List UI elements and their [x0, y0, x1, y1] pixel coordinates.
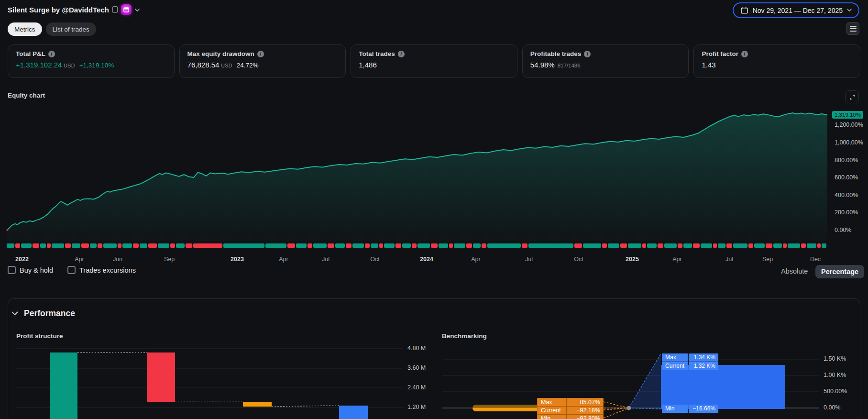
- info-icon[interactable]: i: [741, 51, 748, 57]
- costs-bar: [243, 402, 272, 407]
- losing-trades-segment: [346, 243, 352, 248]
- winning-trades-segment: [335, 243, 345, 248]
- winning-trades-segment: [754, 243, 765, 248]
- equity-x-tick: Dec: [810, 256, 821, 263]
- losing-trades-segment: [817, 243, 821, 248]
- winning-trades-segment: [647, 243, 657, 248]
- tooltip-value: −92.18%: [567, 407, 603, 414]
- performance-title: Performance: [24, 309, 75, 319]
- winning-trades-segment: [265, 243, 286, 248]
- gross-loss-bar: [147, 353, 175, 402]
- profit-structure-y-tick: 4.80 M: [407, 345, 426, 352]
- winning-trades-segment: [7, 243, 14, 248]
- info-icon[interactable]: i: [48, 51, 55, 57]
- absolute-toggle[interactable]: Absolute: [781, 267, 808, 275]
- equity-x-tick: Sep: [164, 256, 175, 263]
- net-profit-bar: [339, 406, 368, 419]
- losing-trades-segment: [193, 243, 222, 248]
- winning-trades-segment: [418, 243, 430, 248]
- losing-trades-segment: [47, 243, 51, 248]
- buy-and-hold-label[interactable]: Buy & hold: [20, 266, 53, 274]
- equity-x-tick: 2023: [231, 256, 244, 263]
- equity-x-tick: Oct: [574, 256, 583, 263]
- benchmarking-y-tick: 1.00 K%: [824, 372, 846, 378]
- range-value: 1.34 K%: [689, 353, 718, 362]
- winning-trades-segment: [52, 243, 64, 248]
- winning-trades-segment: [176, 243, 185, 248]
- winning-trades-segment: [788, 243, 800, 248]
- losing-trades-segment: [118, 243, 121, 248]
- datepicker-chevron-down-icon: [847, 9, 852, 12]
- losing-trades-segment: [328, 243, 334, 248]
- strategy-current-row: Current 1.32 K%: [662, 362, 718, 370]
- winning-trades-segment: [608, 243, 619, 248]
- tooltip-label: Min: [538, 415, 567, 419]
- winning-trades-segment: [122, 243, 132, 248]
- card-value: 1,486: [359, 61, 377, 69]
- date-range-picker[interactable]: Nov 29, 2021 — Dec 27, 2025: [733, 2, 859, 18]
- losing-trades-segment: [466, 243, 472, 248]
- benchmark-focus-dot: [627, 406, 631, 410]
- card-max-drawdown: Max equity drawdowni 76,828.54USD24.72%: [179, 44, 346, 78]
- trades-excursions-checkbox[interactable]: [67, 266, 76, 274]
- tab-list-of-trades[interactable]: List of trades: [46, 22, 96, 36]
- winning-trades-segment: [72, 243, 80, 248]
- winning-trades-segment: [718, 243, 725, 248]
- winning-trades-segment: [454, 243, 465, 248]
- equity-curve-chart[interactable]: [0, 104, 832, 243]
- card-value: +1,319,102.24: [16, 61, 62, 69]
- gross-profit-bar: [50, 353, 77, 419]
- winning-trades-segment: [473, 243, 481, 248]
- info-icon[interactable]: i: [257, 51, 264, 57]
- info-icon[interactable]: i: [398, 51, 405, 57]
- winning-trades-segment: [90, 243, 97, 248]
- strategy-max-row: Max 1.34 K%: [662, 353, 718, 362]
- strategy-range-box: [661, 365, 785, 409]
- winning-trades-segment: [223, 243, 264, 248]
- winning-trades-segment: [664, 243, 677, 248]
- tab-metrics[interactable]: Metrics: [8, 22, 42, 36]
- fullscreen-button[interactable]: [845, 90, 859, 103]
- strategy-title-row: Silent Surge by @DaviddTech: [8, 4, 140, 15]
- card-profitable-trades: Profitable tradesi 54.98%817/1486: [522, 44, 689, 78]
- profit-structure-y-tick: 3.60 M: [407, 364, 426, 371]
- losing-trades-segment: [602, 243, 607, 248]
- losing-trades-segment: [693, 243, 700, 248]
- percentage-toggle[interactable]: Percentage: [815, 265, 864, 278]
- metric-cards: Total P&Li +1,319,102.24USD+1,319.10% Ma…: [8, 44, 860, 78]
- winning-trades-segment: [103, 243, 117, 248]
- range-label: Current: [662, 362, 688, 370]
- equity-x-tick: Apr: [672, 256, 681, 263]
- card-label: Total trades: [359, 50, 395, 57]
- equity-y-tick: 0.00%: [835, 227, 851, 233]
- info-icon[interactable]: i: [584, 51, 591, 57]
- range-label: Max: [662, 353, 688, 362]
- losing-trades-segment: [678, 243, 682, 248]
- date-range-text: Nov 29, 2021 — Dec 27, 2025: [753, 7, 843, 14]
- strategy-tester-panel: Silent Surge by @DaviddTech Nov 29, 2021…: [0, 0, 868, 419]
- strategy-badge-icon[interactable]: [121, 4, 132, 15]
- performance-header[interactable]: Performance: [11, 309, 75, 319]
- losing-trades-segment: [396, 243, 401, 248]
- losing-trades-segment: [726, 243, 732, 248]
- winning-trades-segment: [402, 243, 411, 248]
- card-extra: 817/1486: [558, 63, 581, 68]
- losing-trades-segment: [65, 243, 71, 248]
- calendar-glyph: [123, 7, 129, 12]
- trades-excursions-label[interactable]: Trades excursions: [79, 266, 136, 274]
- losing-trades-segment: [379, 243, 383, 248]
- card-value: 1.43: [702, 61, 715, 69]
- report-layout-menu-button[interactable]: [846, 22, 859, 35]
- losing-trades-segment: [801, 243, 806, 248]
- equity-y-tick: 1,200.00%: [835, 121, 863, 128]
- losing-trades-segment: [33, 243, 39, 248]
- equity-x-tick: Sep: [762, 256, 773, 263]
- losing-trades-segment: [308, 243, 312, 248]
- losing-trades-segment: [431, 243, 438, 248]
- losing-trades-segment: [766, 243, 772, 248]
- buy-and-hold-checkbox[interactable]: [8, 266, 16, 274]
- winning-trades-segment: [371, 243, 378, 248]
- card-label: Total P&L: [16, 50, 45, 57]
- equity-x-tick: 2024: [420, 256, 433, 263]
- title-chevron-down-icon[interactable]: [135, 5, 140, 14]
